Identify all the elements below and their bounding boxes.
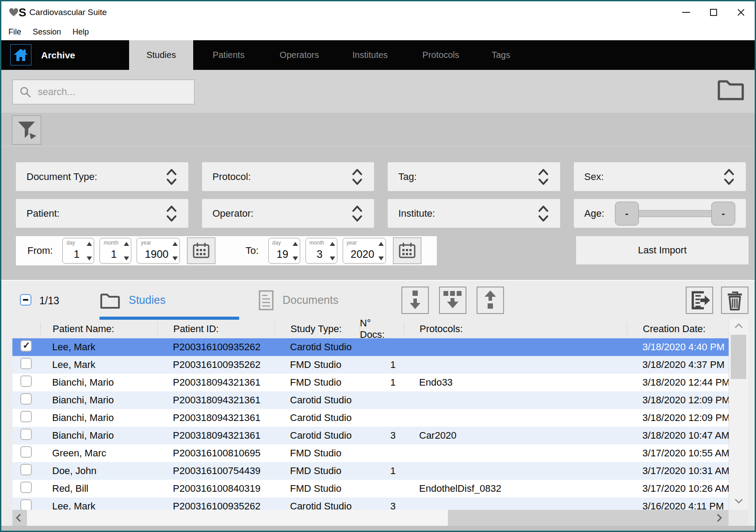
header-n-docs[interactable]: N° Docs:	[359, 322, 404, 336]
row-checkbox[interactable]	[20, 340, 32, 352]
table-row[interactable]: Green, MarcP200316100810695FMD Studio3/1…	[12, 444, 730, 462]
open-folder-button[interactable]	[717, 77, 745, 103]
row-checkbox[interactable]	[20, 393, 32, 405]
tab-institutes[interactable]: Institutes	[335, 40, 405, 70]
menu-session[interactable]: Session	[33, 27, 61, 37]
table-row[interactable]: Bianchi, MarioP200318094321361FMD Studio…	[12, 374, 730, 391]
n-docs-cell: 3	[359, 430, 404, 441]
row-checkbox[interactable]	[20, 499, 32, 511]
spin-up-icon[interactable]	[124, 242, 129, 246]
sex-dropdown[interactable]: Sex:	[574, 162, 746, 191]
operator-dropdown[interactable]: Operator:	[202, 199, 374, 228]
documents-tab[interactable]	[258, 290, 275, 313]
folder-icon	[717, 77, 745, 102]
scroll-down-icon[interactable]	[734, 498, 743, 505]
download-one-button[interactable]	[401, 287, 429, 314]
spin-up-icon[interactable]	[87, 242, 92, 246]
documents-tab-label[interactable]: Documents	[283, 294, 338, 306]
table-row[interactable]: Lee, MarkP200316100935262Carotid Studio3…	[12, 338, 730, 356]
row-checkbox[interactable]	[20, 411, 32, 422]
maximize-button[interactable]	[700, 1, 727, 23]
to-day-spinner[interactable]: day 19	[268, 238, 300, 264]
spin-up-icon[interactable]	[293, 242, 298, 246]
header-creation-date[interactable]: Creation Date:	[627, 322, 730, 336]
to-calendar-button[interactable]	[393, 237, 421, 264]
tag-dropdown[interactable]: Tag:	[388, 162, 560, 191]
row-checkbox[interactable]	[20, 358, 32, 369]
row-checkbox[interactable]	[20, 464, 32, 475]
table-row[interactable]: Lee, MarkP200316100935262FMD Studio13/18…	[12, 356, 730, 374]
menu-file[interactable]: File	[8, 27, 21, 37]
table-row[interactable]: Bianchi, MarioP200318094321361Carotid St…	[12, 391, 730, 409]
spin-up-icon[interactable]	[172, 242, 178, 246]
table-row[interactable]: Doe, JohnP200316100754439FMD Studio13/17…	[12, 462, 730, 480]
row-checkbox[interactable]	[20, 482, 32, 493]
age-range-slider[interactable]: - -	[615, 199, 735, 228]
institute-dropdown[interactable]: Institute:	[388, 199, 560, 228]
from-calendar-button[interactable]	[187, 237, 215, 264]
date-range-panel: From: day 1 month 1 year 1900	[16, 236, 437, 265]
creation-date-cell: 3/18/2020 4:40 PM	[627, 341, 730, 353]
horizontal-scroll-thumb[interactable]	[27, 510, 448, 526]
spin-down-icon[interactable]	[330, 256, 335, 260]
tab-tags[interactable]: Tags	[476, 40, 526, 70]
vertical-scrollbar[interactable]	[729, 319, 748, 510]
tab-studies[interactable]: Studies	[129, 40, 193, 70]
from-year-spinner[interactable]: year 1900	[137, 238, 180, 264]
delete-button[interactable]	[721, 287, 748, 314]
age-max-handle[interactable]: -	[711, 202, 735, 226]
horizontal-scrollbar[interactable]	[12, 510, 730, 526]
patient-id-cell: P200316100840319	[157, 483, 275, 494]
scroll-left-icon[interactable]	[16, 513, 21, 524]
from-day-spinner[interactable]: day 1	[62, 238, 94, 264]
from-month-spinner[interactable]: month 1	[99, 238, 131, 264]
download-all-button[interactable]	[439, 287, 466, 314]
upload-button[interactable]	[477, 287, 504, 314]
scroll-up-icon[interactable]	[734, 322, 743, 330]
studies-tab-label[interactable]: Studies	[129, 294, 165, 306]
minimize-button[interactable]	[672, 1, 700, 23]
tab-protocols[interactable]: Protocols	[405, 40, 476, 70]
spin-down-icon[interactable]	[293, 256, 298, 260]
header-protocols[interactable]: Protocols:	[404, 322, 627, 336]
home-button[interactable]	[10, 44, 31, 65]
to-year-spinner[interactable]: year 2020	[343, 238, 386, 264]
header-patient-name[interactable]: Patient Name:	[40, 322, 157, 336]
select-all-checkbox[interactable]	[20, 294, 31, 306]
tab-patients[interactable]: Patients	[193, 40, 264, 70]
spin-down-icon[interactable]	[87, 256, 92, 260]
header-patient-id[interactable]: Patient ID:	[157, 322, 275, 336]
menu-help[interactable]: Help	[73, 27, 89, 37]
bottom-strip	[1, 526, 755, 531]
nav-tabs: Studies Patients Operators Institutes Pr…	[129, 40, 526, 70]
export-button[interactable]	[686, 287, 713, 314]
row-checkbox[interactable]	[20, 375, 32, 387]
sex-label: Sex:	[584, 171, 604, 183]
table-row[interactable]: Lee, MarkP200316100935262Carotid Studio3…	[12, 498, 730, 511]
age-min-handle[interactable]: -	[615, 202, 639, 226]
patient-id-cell: P200316100754439	[157, 465, 275, 477]
header-study-type[interactable]: Study Type:	[275, 322, 359, 336]
row-checkbox[interactable]	[20, 429, 32, 440]
studies-tab[interactable]	[99, 292, 121, 311]
table-row[interactable]: Red, BillP200316100840319FMD StudioEndot…	[12, 480, 730, 498]
spin-down-icon[interactable]	[124, 256, 129, 260]
table-row[interactable]: Bianchi, MarioP200318094321361Carotid St…	[12, 409, 730, 427]
spin-down-icon[interactable]	[172, 256, 178, 260]
vertical-scroll-thumb[interactable]	[731, 335, 746, 379]
spin-down-icon[interactable]	[378, 256, 384, 260]
close-button[interactable]	[727, 1, 755, 23]
to-month-spinner[interactable]: month 3	[305, 238, 337, 264]
spin-up-icon[interactable]	[330, 242, 335, 246]
protocol-dropdown[interactable]: Protocol:	[202, 162, 374, 191]
tab-operators[interactable]: Operators	[264, 40, 335, 70]
last-import-button[interactable]: Last Import	[576, 236, 748, 264]
document-type-dropdown[interactable]: Document Type:	[16, 162, 188, 191]
spin-up-icon[interactable]	[378, 242, 384, 246]
patient-dropdown[interactable]: Patient:	[16, 199, 188, 228]
table-row[interactable]: Bianchi, MarioP200318094321361Carotid St…	[12, 427, 730, 444]
filter-button[interactable]	[12, 115, 41, 145]
row-checkbox[interactable]	[20, 446, 32, 458]
search-input[interactable]	[38, 86, 188, 98]
scroll-right-icon[interactable]	[717, 513, 722, 524]
